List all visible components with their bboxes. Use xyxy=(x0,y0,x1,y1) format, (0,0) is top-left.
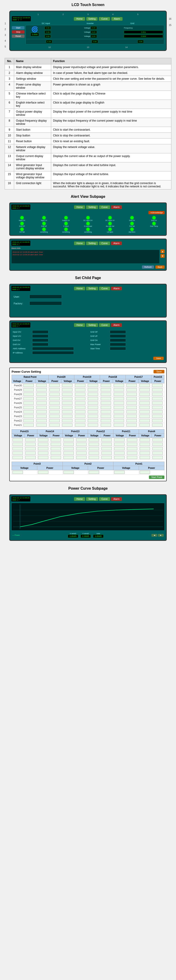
c2-v2-1[interactable] xyxy=(38,442,48,446)
curve-p2-1[interactable] xyxy=(62,388,73,391)
c2-v3-1[interactable] xyxy=(63,442,74,446)
curve-v2-5[interactable] xyxy=(49,406,60,409)
curve-v-0[interactable] xyxy=(24,384,34,387)
lcd-alarm-btn[interactable]: Alarm xyxy=(111,17,123,21)
c2-p6-0[interactable] xyxy=(152,438,163,441)
start-btn[interactable]: Start xyxy=(12,26,25,29)
c2-p1-1[interactable] xyxy=(25,442,36,446)
c2-v1-0[interactable] xyxy=(13,438,23,441)
curve-v2-7[interactable] xyxy=(49,415,60,418)
curve-v6-9[interactable] xyxy=(152,423,163,426)
curve-v4-4[interactable] xyxy=(101,401,111,405)
c2-p3-4[interactable] xyxy=(76,456,87,459)
curve-p4-5[interactable] xyxy=(114,406,124,409)
c2-p2-4[interactable] xyxy=(51,456,61,459)
curve-v-5[interactable] xyxy=(24,406,34,409)
settings-save-btn[interactable]: Save xyxy=(153,357,164,360)
reset-btn[interactable]: Reset xyxy=(12,35,25,38)
curve-v5-7[interactable] xyxy=(127,415,137,418)
curve-p2-5[interactable] xyxy=(62,406,73,409)
curve-v4-9[interactable] xyxy=(101,423,111,426)
arrow-up[interactable]: ▲ xyxy=(160,250,165,253)
alert-alarm-btn[interactable]: Alarm xyxy=(111,205,122,209)
c2-p5-2[interactable] xyxy=(127,447,137,450)
c2-v4-2[interactable] xyxy=(89,447,99,450)
curve-v2-2[interactable] xyxy=(49,393,60,396)
curve-v2-3[interactable] xyxy=(49,397,60,400)
curve-v-8[interactable] xyxy=(24,419,34,422)
point2-v[interactable] xyxy=(63,471,74,474)
factory-input[interactable] xyxy=(29,301,62,305)
c2-v4-3[interactable] xyxy=(89,452,99,455)
curve-v6-1[interactable] xyxy=(152,388,163,391)
curve-p-3[interactable] xyxy=(36,397,47,400)
settings-home-btn[interactable]: Home xyxy=(74,323,85,327)
point3-p[interactable] xyxy=(38,471,48,474)
c2-v2-4[interactable] xyxy=(38,456,48,459)
c2-v5-4[interactable] xyxy=(114,456,125,459)
c2-p3-2[interactable] xyxy=(76,447,87,450)
input-ov-input[interactable] xyxy=(32,330,48,334)
curve-save-btn[interactable]: Save xyxy=(154,370,165,373)
curve-p4-3[interactable] xyxy=(114,397,124,400)
curve-v3-2[interactable] xyxy=(75,393,86,396)
curve-p3-8[interactable] xyxy=(88,419,98,422)
curve-v6-4[interactable] xyxy=(152,401,163,405)
curve-v3-1[interactable] xyxy=(75,388,86,391)
curve-p2-6[interactable] xyxy=(62,410,73,414)
curve-v-7[interactable] xyxy=(24,415,34,418)
c2-v3-0[interactable] xyxy=(63,438,74,441)
c2-p2-3[interactable] xyxy=(51,452,61,455)
curve-p3-5[interactable] xyxy=(88,406,98,409)
start-point-btn[interactable]: Start Point xyxy=(149,476,165,479)
curve-sub-curve-btn[interactable]: Curve xyxy=(99,497,110,501)
curve-v4-8[interactable] xyxy=(101,419,111,422)
alert-log-curve-btn[interactable]: Curve xyxy=(99,241,110,245)
arrow-down[interactable]: ▼ xyxy=(160,254,165,258)
c2-p5-0[interactable] xyxy=(127,438,137,441)
c2-v4-1[interactable] xyxy=(89,442,99,446)
curve-p3-9[interactable] xyxy=(88,423,98,426)
chart-prev-btn[interactable]: ◄ xyxy=(151,534,157,537)
c2-v1-3[interactable] xyxy=(13,452,23,455)
curve-v-9[interactable] xyxy=(24,423,34,426)
curve-v6-2[interactable] xyxy=(152,393,163,396)
curve-v5-1[interactable] xyxy=(127,388,137,391)
curve-p-9[interactable] xyxy=(36,423,47,426)
c2-p5-3[interactable] xyxy=(127,452,137,455)
curve-p4-9[interactable] xyxy=(114,423,124,426)
c2-v6-1[interactable] xyxy=(140,442,150,446)
c2-v5-3[interactable] xyxy=(114,452,125,455)
curve-v5-9[interactable] xyxy=(127,423,137,426)
set-setting-btn[interactable]: Setting xyxy=(86,286,98,290)
curve-p3-4[interactable] xyxy=(88,401,98,405)
curve-p-7[interactable] xyxy=(36,415,47,418)
curve-p3-0[interactable] xyxy=(88,384,98,387)
start-time-input[interactable] xyxy=(110,347,126,350)
grid-of-input[interactable] xyxy=(110,330,126,334)
curve-p5-2[interactable] xyxy=(140,393,150,396)
curve-v4-6[interactable] xyxy=(101,410,111,414)
c2-p4-2[interactable] xyxy=(101,447,112,450)
curve-p5-1[interactable] xyxy=(140,388,150,391)
curve-v6-6[interactable] xyxy=(152,410,163,414)
set-curve-btn[interactable]: Curve xyxy=(99,286,110,290)
curve-v3-0[interactable] xyxy=(75,384,86,387)
curve-p2-7[interactable] xyxy=(62,415,73,418)
c2-p3-1[interactable] xyxy=(76,442,87,446)
curve-v2-6[interactable] xyxy=(49,410,60,414)
c2-p5-4[interactable] xyxy=(127,456,137,459)
c2-v3-2[interactable] xyxy=(63,447,74,450)
curve-p4-4[interactable] xyxy=(114,401,124,405)
curve-v3-3[interactable] xyxy=(75,397,86,400)
grid-uf-input[interactable] xyxy=(110,334,126,338)
set-home-btn[interactable]: Home xyxy=(74,286,85,290)
grid-ov-input[interactable] xyxy=(32,339,48,342)
curve-v-3[interactable] xyxy=(24,397,34,400)
max-power-input[interactable] xyxy=(110,343,126,346)
c2-p2-1[interactable] xyxy=(51,442,61,446)
curve-p4-1[interactable] xyxy=(114,388,124,391)
chart-next-btn[interactable]: ► xyxy=(158,534,164,537)
curve-v2-0[interactable] xyxy=(49,384,60,387)
curve-v-6[interactable] xyxy=(24,410,34,414)
